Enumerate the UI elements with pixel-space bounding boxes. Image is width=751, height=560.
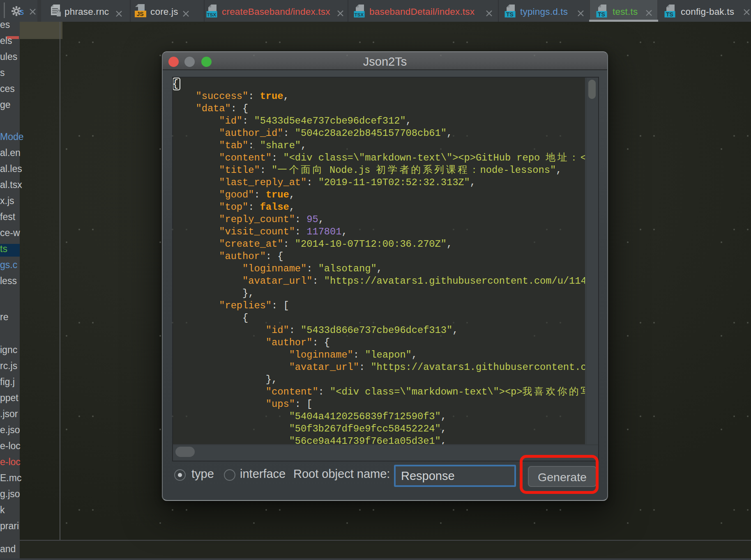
svg-text:TS: TS (506, 11, 514, 18)
svg-text:TSX: TSX (207, 12, 217, 17)
svg-text:TSX: TSX (355, 12, 364, 17)
svg-text:JS: JS (136, 11, 143, 17)
svg-text:TS: TS (598, 11, 605, 18)
svg-text:TS: TS (666, 11, 673, 18)
